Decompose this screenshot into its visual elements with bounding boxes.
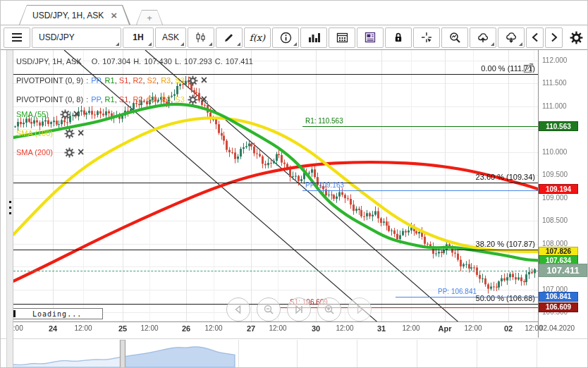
pivot-series-s2[interactable]: S2 xyxy=(147,95,157,104)
price-axis-badge: 110.563 xyxy=(539,121,578,131)
price-axis-tick: 111.500 xyxy=(542,79,567,87)
chart-area: 0.00 % (111.71)23.60 % (109.34)38.20 % (… xyxy=(1,1,588,368)
price-axis-tick: 110.000 xyxy=(542,148,567,156)
indicator-settings-gear-icon[interactable] xyxy=(64,128,75,139)
open-value: 107.304 xyxy=(102,57,130,66)
expand-icon[interactable] xyxy=(522,61,534,73)
price-axis-tick: 109.500 xyxy=(542,171,568,178)
pivot-series-pp[interactable]: PP xyxy=(91,95,100,104)
price-axis-badge: 107.411 xyxy=(539,264,587,277)
magnifier-minus-icon xyxy=(263,304,274,315)
time-axis-label: 24 xyxy=(49,324,57,333)
loading-text: Loading... xyxy=(32,310,82,318)
pivot-series-r2[interactable]: R2 xyxy=(133,95,142,104)
indicator-remove-icon[interactable]: × xyxy=(78,147,84,158)
minimap-divider xyxy=(1,338,588,339)
indicator-settings-gear-icon[interactable] xyxy=(60,109,71,120)
indicator-remove-icon[interactable]: × xyxy=(78,128,84,139)
time-axis-divider xyxy=(6,321,538,322)
loading-indicator: Loading... xyxy=(9,308,103,319)
time-axis-label: 02 xyxy=(504,324,513,333)
axis-date-label: 02.04.2020 xyxy=(539,324,588,332)
pivot-series-r3[interactable]: R3 xyxy=(161,95,171,104)
price-axis-tick: 111.000 xyxy=(542,102,567,110)
trading-chart-window: USD/JPY, 1H, ASK × + USD/JPY 1H ASK xyxy=(0,0,588,368)
time-axis-label: 12:00 xyxy=(402,324,419,332)
time-axis-label: 12:00 xyxy=(74,324,92,332)
time-axis-label: 30 xyxy=(312,324,320,333)
pivot-series-r3[interactable]: R3 xyxy=(161,76,171,85)
indicator-row-pivotpoint-8: PIVOTPOINT (0, 8) : PP, R1, S1, R2, S2, … xyxy=(16,94,207,105)
pivot-series-links: PP, R1, S1, R2, S2, R3, S3 xyxy=(91,95,185,104)
fib-level-line xyxy=(13,250,538,250)
price-axis-badge: 109.194 xyxy=(539,184,578,194)
time-axis-label: Apr xyxy=(439,324,452,333)
price-axis-tick: 108.500 xyxy=(542,216,568,224)
indicator-settings-gear-icon[interactable] xyxy=(188,94,198,105)
pivot-level-line xyxy=(302,126,538,127)
pivot-series-s3[interactable]: S3 xyxy=(175,95,184,104)
magnifier-plus-icon xyxy=(324,304,335,315)
pivot-level-line xyxy=(396,297,538,298)
pivot-series-pp[interactable]: PP xyxy=(91,76,100,85)
skip-to-end-icon xyxy=(293,304,305,315)
price-axis-badge: 106.609 xyxy=(539,302,578,312)
pivot-series-links: PP, R1, S1, R2, S2, R3, S3 xyxy=(91,76,185,85)
close-value: 107.411 xyxy=(226,57,253,66)
zoom-in-button[interactable] xyxy=(317,298,341,321)
price-axis-tick: 112.000 xyxy=(542,56,567,64)
scroll-right-button[interactable] xyxy=(348,298,372,321)
time-axis-label: 12:00 xyxy=(464,324,482,332)
time-axis-label: 12:00 xyxy=(269,324,286,332)
pivot-level-line xyxy=(302,190,538,191)
pivot-series-r1[interactable]: R1 xyxy=(105,76,115,85)
high-value: 107.430 xyxy=(144,57,172,66)
low-value: 107.293 xyxy=(184,57,212,66)
ohlc-row: USD/JPY, 1H, ASK O.107.304 H.107.430 L.1… xyxy=(16,57,253,66)
time-axis-label: 26 xyxy=(182,324,190,333)
pivot-level-label: PP: 106.841 xyxy=(438,288,477,295)
time-axis-label: 12:00 xyxy=(336,324,353,332)
fib-level-label: 38.20 % (107.87) xyxy=(476,240,535,248)
pivot-series-r1[interactable]: R1 xyxy=(105,95,115,104)
pivot-level-label: R1: 110.563 xyxy=(305,117,343,125)
indicator-row-sma-55: SMA (55) × xyxy=(16,109,80,120)
indicator-row-sma-200: SMA (200) × xyxy=(16,147,84,158)
legend-symbol: USD/JPY, 1H, ASK xyxy=(16,57,82,66)
time-axis-label: 27 xyxy=(247,324,255,333)
indicator-settings-gear-icon[interactable] xyxy=(64,147,75,158)
zoom-out-button[interactable] xyxy=(257,298,281,321)
indicator-row-pivotpoint-9: PIVOTPOINT (0, 9) : PP, R1, S1, R2, S2, … xyxy=(16,75,207,86)
grip-dots-icon xyxy=(9,201,11,214)
time-axis-label: 25 xyxy=(118,324,127,333)
pivot-level-label: PP: 109.163 xyxy=(305,181,344,189)
indicator-remove-icon[interactable]: × xyxy=(73,109,80,120)
time-axis-label: 12:00 xyxy=(204,324,222,332)
fib-level-label: 50.00 % (106.68) xyxy=(476,294,535,302)
price-axis-tick: 109.000 xyxy=(542,194,568,202)
current-price-line xyxy=(13,271,538,271)
fib-level-label: 23.60 % (109.34) xyxy=(476,173,535,181)
indicator-row-sma-100: SMA (100) × xyxy=(16,128,84,139)
triangle-right-icon xyxy=(354,304,365,315)
scroll-left-button[interactable] xyxy=(226,298,250,321)
price-axis-badge: 106.841 xyxy=(539,292,578,302)
indicator-remove-icon[interactable]: × xyxy=(201,94,207,105)
time-axis-label: 12:00 xyxy=(140,324,158,332)
sidebar-splitter-handle[interactable] xyxy=(6,50,13,368)
fib-level-line xyxy=(13,183,538,183)
indicator-remove-icon[interactable]: × xyxy=(201,75,207,86)
pivot-series-s2[interactable]: S2 xyxy=(147,76,157,85)
pivot-series-s3[interactable]: S3 xyxy=(175,76,184,85)
pivot-series-s1[interactable]: S1 xyxy=(119,95,128,104)
indicator-settings-gear-icon[interactable] xyxy=(188,75,198,86)
pivot-series-r2[interactable]: R2 xyxy=(133,76,142,85)
triangle-left-icon xyxy=(233,304,244,315)
time-axis-label: 31 xyxy=(377,324,386,333)
pivot-series-s1[interactable]: S1 xyxy=(119,76,128,85)
go-to-latest-button[interactable] xyxy=(287,298,311,321)
